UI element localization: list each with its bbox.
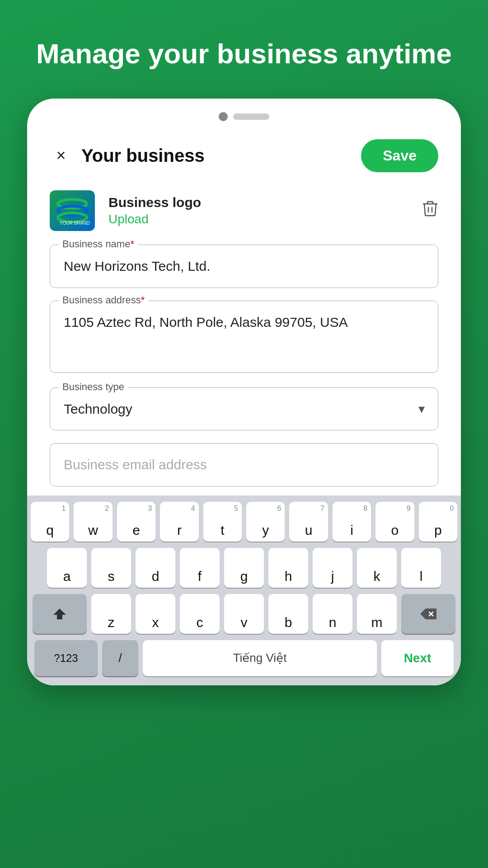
key-j[interactable]: j (313, 548, 352, 588)
key-h[interactable]: h (268, 548, 308, 588)
business-type-label: Business type (59, 381, 128, 393)
key-a[interactable]: a (47, 548, 87, 588)
key-w[interactable]: 2w (74, 502, 112, 542)
delete-key[interactable] (401, 594, 455, 634)
page-indicators (27, 112, 461, 130)
key-n[interactable]: n (313, 594, 352, 634)
business-name-input[interactable] (50, 245, 438, 288)
keyboard: 1q 2w 3e 4r 5t 6y 7u 8i 9o 0p a s d f g … (27, 495, 461, 685)
key-k[interactable]: k (357, 548, 397, 588)
key-s[interactable]: s (91, 548, 131, 588)
close-button[interactable]: × (50, 144, 72, 167)
keyboard-row-3: z x c v b n m (31, 594, 457, 634)
key-d[interactable]: d (136, 548, 175, 588)
key-p[interactable]: 0p (419, 502, 457, 542)
indicator-dot-inactive (233, 113, 269, 120)
business-address-field: Business address* 1105 Aztec Rd, North P… (50, 301, 438, 375)
keyboard-row-1: 1q 2w 3e 4r 5t 6y 7u 8i 9o 0p (31, 502, 457, 542)
business-address-input[interactable]: 1105 Aztec Rd, North Pole, Alaska 99705,… (50, 301, 438, 373)
indicator-dot-active (219, 112, 228, 121)
logo-label: Business logo (108, 195, 408, 210)
key-t[interactable]: 5t (203, 502, 242, 542)
key-m[interactable]: m (357, 594, 397, 634)
svg-text:YOUR BRAND: YOUR BRAND (60, 221, 90, 226)
logo-section: YOUR BRAND Business logo Upload (27, 186, 461, 245)
key-r[interactable]: 4r (160, 502, 198, 542)
save-button[interactable]: Save (361, 139, 438, 172)
key-b[interactable]: b (268, 594, 308, 634)
key-u[interactable]: 7u (289, 502, 328, 542)
key-v[interactable]: v (224, 594, 264, 634)
key-l[interactable]: l (401, 548, 441, 588)
delete-logo-button[interactable] (422, 200, 438, 221)
key-o[interactable]: 9o (375, 502, 414, 542)
keyboard-bottom-row: ?123 / Tiếng Việt Next (31, 640, 457, 685)
form-section: Business name* Business address* 1105 Az… (27, 245, 461, 486)
key-z[interactable]: z (91, 594, 131, 634)
modal-title: Your business (72, 146, 361, 166)
business-email-field: Business email address (50, 443, 438, 486)
key-e[interactable]: 3e (117, 502, 155, 542)
key-i[interactable]: 8i (333, 502, 371, 542)
business-email-placeholder: Business email address (50, 443, 438, 486)
business-name-field: Business name* (50, 245, 438, 288)
phone-container: × Your business Save YOUR BRAND Business… (27, 99, 461, 685)
business-name-label: Business name* (59, 238, 138, 250)
header-title: Manage your business anytime (0, 0, 488, 99)
business-type-field: Business type Technology Retail Food & B… (50, 387, 438, 430)
next-key[interactable]: Next (381, 640, 454, 676)
key-g[interactable]: g (224, 548, 264, 588)
shift-key[interactable] (33, 594, 87, 634)
key-x[interactable]: x (136, 594, 175, 634)
num-sym-key[interactable]: ?123 (34, 640, 98, 676)
logo-info: Business logo Upload (108, 195, 408, 226)
business-address-label: Business address* (59, 294, 148, 306)
key-c[interactable]: c (180, 594, 220, 634)
upload-link[interactable]: Upload (108, 212, 408, 226)
modal-header: × Your business Save (27, 130, 461, 186)
slash-key[interactable]: / (102, 640, 138, 676)
logo-image: YOUR BRAND (50, 190, 95, 231)
business-type-select[interactable]: Technology Retail Food & Beverage Health… (50, 387, 438, 430)
key-f[interactable]: f (180, 548, 220, 588)
space-key[interactable]: Tiếng Việt (143, 640, 377, 676)
key-y[interactable]: 6y (246, 502, 285, 542)
keyboard-row-2: a s d f g h j k l (31, 548, 457, 588)
key-q[interactable]: 1q (31, 502, 69, 542)
